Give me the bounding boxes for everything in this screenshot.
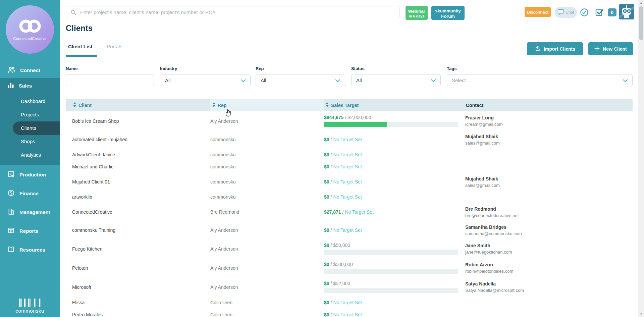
table-row[interactable]: Mujahed Client 01 commonsku $0/No Target… — [66, 173, 633, 191]
sidebar-item-management[interactable]: Management — [0, 203, 60, 221]
sidebar-item-connect[interactable]: Connect — [0, 62, 60, 78]
sales-target-value[interactable]: No Target Set — [333, 164, 362, 169]
rep-name: Aly Anderson — [210, 284, 324, 290]
rep-name: Aly Anderson — [210, 118, 324, 124]
table-row[interactable]: ConnectedCreative Bre Redmond $27,871/No… — [66, 203, 633, 221]
client-name-link[interactable]: automated client -mujahed — [72, 137, 210, 142]
notification-badge[interactable]: 0 — [608, 8, 616, 16]
sidebar-item-reports[interactable]: Reports — [0, 221, 60, 240]
sales-target-value[interactable]: No Target Set — [333, 227, 362, 233]
import-clients-button[interactable]: Import Clients — [527, 42, 583, 55]
table-row[interactable]: Microsoft Aly Anderson $0/$52,000 Satya … — [66, 277, 633, 297]
column-header-client[interactable]: Client — [66, 99, 210, 111]
table-row[interactable]: Bob's Ice Cream Shop Aly Anderson $944,6… — [66, 111, 633, 130]
search-input[interactable] — [66, 6, 399, 18]
status-select[interactable]: All — [351, 74, 441, 86]
sidebar-item-shops[interactable]: Shops — [13, 135, 60, 148]
sales-target-value[interactable]: No Target Set — [345, 209, 374, 215]
sales-amount: $0 — [324, 300, 329, 305]
table-row[interactable]: ArtworkClient-Janice commonsku $0/No Tar… — [66, 149, 633, 161]
tab-client-list[interactable]: Client List — [68, 44, 93, 49]
contact-email[interactable]: sales@gmail.com — [465, 141, 633, 146]
contact-name: Bre Redmond — [465, 206, 633, 212]
rep-name: commonsku — [210, 152, 324, 157]
client-name-link[interactable]: artworklib — [72, 194, 210, 200]
rep-name: Aly Anderson — [210, 246, 324, 252]
scroll-down-arrow[interactable]: ▼ — [638, 311, 644, 317]
import-clients-label: Import Clients — [544, 46, 575, 52]
table-row[interactable]: commonsku Training Aly Anderson $0/No Ta… — [66, 221, 633, 239]
sort-icon — [212, 102, 215, 108]
client-name-link[interactable]: ArtworkClient-Janice — [72, 152, 210, 157]
client-name-link[interactable]: Microsoft — [72, 284, 210, 290]
client-name-link[interactable]: commonsku Training — [72, 227, 210, 233]
table-row[interactable]: artworklib commonsku $0/No Target Set — [66, 191, 633, 203]
company-logo[interactable]: ConnectedCreative — [6, 5, 54, 54]
sales-target-text: $0/No Target Set — [324, 227, 465, 233]
contact-email[interactable]: jane@fuegokitchen.com — [465, 250, 633, 255]
table-row[interactable]: Peloton Aly Anderson $0/$500,000 Robin A… — [66, 258, 633, 277]
client-name-link[interactable]: Peloton — [72, 265, 210, 271]
client-name-link[interactable]: Elissa — [72, 300, 210, 305]
sidebar-item-finance[interactable]: Finance — [0, 184, 60, 203]
filter-industry: Industry All — [160, 66, 251, 86]
sales-target-text: $0/No Target Set — [324, 300, 465, 305]
column-header-sales-target[interactable]: Sales Target — [324, 99, 465, 111]
industry-select[interactable]: All — [160, 74, 251, 86]
client-name-link[interactable]: Pedro Morales — [72, 312, 210, 317]
webinar-button[interactable]: Webinar in 6 days — [406, 6, 428, 20]
sales-target-value[interactable]: No Target Set — [333, 300, 362, 305]
sidebar-item-projects[interactable]: Projects — [13, 108, 60, 121]
client-name-link[interactable]: Bob's Ice Cream Shop — [72, 118, 210, 124]
sales-progress-fill — [324, 122, 387, 127]
client-name-link[interactable]: Michael and Charlie — [72, 164, 210, 169]
sales-target-value[interactable]: No Target Set — [333, 194, 362, 200]
contact-email[interactable]: icream@gmail.com — [465, 122, 633, 127]
table-row[interactable]: automated client -mujahed commonsku $0/N… — [66, 130, 633, 149]
contact-email[interactable]: bre@connectedcreative.net — [465, 213, 633, 218]
sales-target-value: $2,000,000 — [347, 115, 371, 120]
sidebar-item-analytics[interactable]: Analytics — [13, 148, 60, 162]
table-row[interactable]: Elissa Colin Uren $0/No Target Set — [66, 297, 633, 309]
contact-email[interactable]: sales@gmail.com — [465, 183, 633, 188]
skummunity-forum-button[interactable]: skummunity Forum — [431, 6, 465, 20]
sidebar-item-production[interactable]: Production — [0, 165, 60, 184]
tags-select[interactable]: Select... — [447, 74, 633, 86]
contact-email[interactable]: robin@pelotonbikes.com — [465, 269, 633, 274]
scroll-up-arrow[interactable]: ▲ — [638, 0, 644, 6]
name-filter-input[interactable] — [66, 74, 154, 86]
sidebar-item-sales[interactable]: Sales — [0, 78, 60, 93]
chat-button[interactable]: Chat — [555, 7, 577, 18]
new-client-button[interactable]: New Client — [588, 42, 633, 55]
tab-portals[interactable]: Portals — [107, 44, 122, 49]
column-header-label: Sales Target — [331, 103, 359, 108]
chat-bubble-icon — [557, 9, 564, 16]
checkbox-check-icon[interactable] — [595, 8, 604, 18]
sales-progress-bar — [324, 122, 458, 127]
sales-target-value[interactable]: No Target Set — [333, 152, 362, 157]
sales-separator: / — [331, 262, 332, 267]
sales-target-value[interactable]: No Target Set — [333, 137, 362, 142]
table-row[interactable]: Fuego Kitchen Aly Anderson $0/$50,000 Ja… — [66, 239, 633, 258]
clock-check-icon[interactable] — [580, 8, 589, 18]
vertical-scrollbar[interactable]: ▲ ▼ — [638, 0, 644, 317]
sales-target-value[interactable]: No Target Set — [333, 312, 362, 317]
disconnect-button[interactable]: Disconnect — [525, 7, 551, 17]
table-row[interactable]: Pedro Morales Colin Uren $0/No Target Se… — [66, 309, 633, 317]
sidebar-item-clients[interactable]: Clients — [13, 121, 60, 135]
client-name-link[interactable]: Mujahed Client 01 — [72, 179, 210, 184]
rep-select[interactable]: All — [256, 74, 345, 86]
client-name-link[interactable]: Fuego Kitchen — [72, 246, 210, 252]
column-header-rep[interactable]: Rep — [210, 99, 324, 111]
sidebar-item-resources[interactable]: Resources — [0, 240, 60, 259]
client-name-link[interactable]: ConnectedCreative — [72, 209, 210, 215]
plus-icon — [594, 46, 600, 52]
sidebar-item-dashboard[interactable]: Dashboard — [13, 95, 60, 108]
sales-target-text: $27,871/No Target Set — [324, 209, 465, 215]
contact-email[interactable]: samantha@commonsku.com — [465, 231, 633, 236]
table-row[interactable]: Michael and Charlie commonsku $0/No Targ… — [66, 161, 633, 173]
sales-target-value[interactable]: No Target Set — [333, 179, 362, 184]
scrollbar-thumb[interactable] — [639, 6, 643, 40]
user-avatar[interactable] — [619, 4, 634, 19]
contact-email[interactable]: Satya.Nadella@microsoft.com — [465, 288, 633, 293]
